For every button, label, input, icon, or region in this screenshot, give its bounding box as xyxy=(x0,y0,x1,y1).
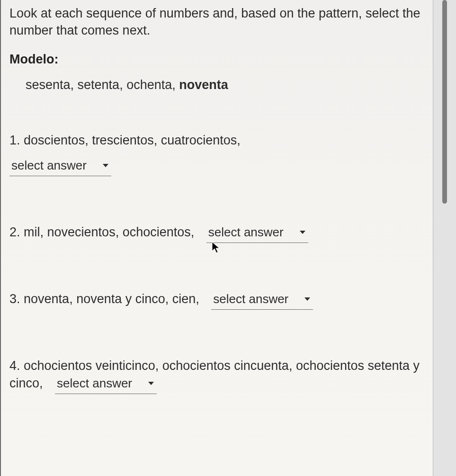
question-text: mil, novecientos, ochocientos, xyxy=(24,225,194,239)
question-number: 4. xyxy=(9,359,20,373)
content-panel: Look at each sequence of numbers and, ba… xyxy=(0,0,433,476)
cursor-icon xyxy=(212,242,221,254)
question-2: 2. mil, novecientos, ochocientos, select… xyxy=(9,224,424,243)
select-answer-label: select answer xyxy=(11,157,87,174)
question-3: 3. noventa, noventa y cinco, cien, selec… xyxy=(9,290,424,310)
question-number: 1. xyxy=(9,133,20,147)
chevron-down-icon xyxy=(103,164,108,167)
scrollbar-track[interactable] xyxy=(441,0,448,476)
modelo-example: sesenta, setenta, ochenta, noventa xyxy=(9,76,424,93)
select-answer-dropdown-3[interactable]: select answer xyxy=(211,291,313,310)
select-answer-dropdown-4[interactable]: select answer xyxy=(55,375,157,394)
instructions-text: Look at each sequence of numbers and, ba… xyxy=(9,5,424,39)
page-wrap: Look at each sequence of numbers and, ba… xyxy=(0,0,456,476)
chevron-down-icon xyxy=(148,382,154,385)
chevron-down-icon xyxy=(300,231,305,234)
question-4: 4. ochocientos veinticinco, ochocientos … xyxy=(9,357,424,394)
modelo-label: Modelo: xyxy=(9,51,424,68)
select-answer-dropdown-2[interactable]: select answer xyxy=(206,224,308,243)
select-answer-label: select answer xyxy=(57,375,132,392)
select-answer-label: select answer xyxy=(208,224,284,241)
select-answer-dropdown-1[interactable]: select answer xyxy=(9,157,111,176)
scrollbar-gutter xyxy=(433,0,456,476)
question-number: 2. xyxy=(9,225,20,239)
question-text: doscientos, trescientos, cuatrocientos, xyxy=(24,133,241,147)
question-1: 1. doscientos, trescientos, cuatrociento… xyxy=(9,132,424,177)
scrollbar-thumb[interactable] xyxy=(442,0,447,204)
modelo-sequence: sesenta, setenta, ochenta, xyxy=(26,78,179,92)
chevron-down-icon xyxy=(304,297,310,301)
question-number: 3. xyxy=(9,292,20,306)
modelo-answer: noventa xyxy=(179,78,228,92)
question-text: noventa, noventa y cinco, cien, xyxy=(24,292,199,306)
select-answer-label: select answer xyxy=(213,291,288,307)
